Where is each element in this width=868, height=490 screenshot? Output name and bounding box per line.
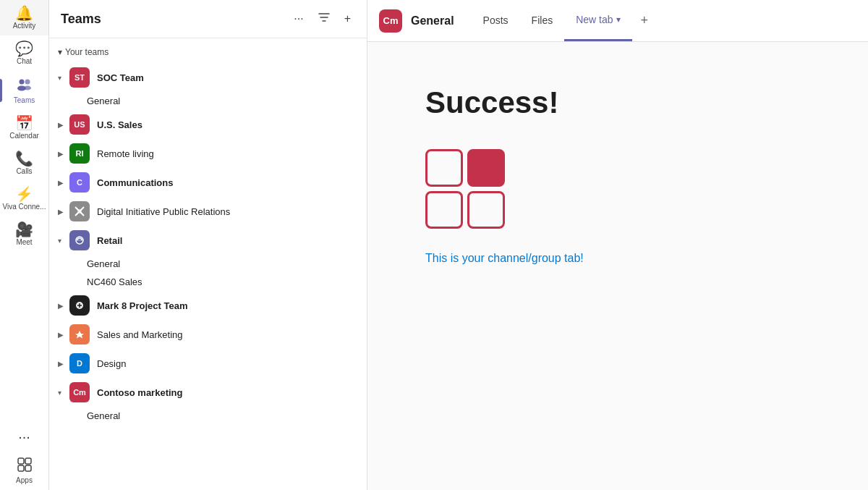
channel-retail-nc460[interactable]: NC460 Sales: [49, 273, 367, 291]
team-item-mark8[interactable]: ▶ Mark 8 Project Team ···: [49, 291, 367, 320]
svg-point-3: [24, 86, 31, 90]
remote-avatar: RI: [69, 143, 90, 164]
tab-files[interactable]: Files: [520, 0, 565, 41]
teams-icon: [17, 77, 33, 95]
more-icon: ···: [18, 429, 30, 444]
team-item-digital[interactable]: ▶ Digital Initiative Public Relations ··…: [49, 197, 367, 226]
retail-avatar: [69, 230, 90, 250]
success-title: Success!: [425, 85, 558, 120]
your-teams-label-text: Your teams: [65, 47, 109, 57]
soc-avatar: ST: [69, 67, 90, 88]
grid-cell-topleft: [425, 149, 463, 187]
salesmarketing-name: Sales and Marketing: [97, 329, 358, 340]
design-name: Design: [97, 358, 358, 369]
your-teams-section[interactable]: ▾ Your teams: [49, 44, 367, 63]
team-item-design[interactable]: ▶ D Design ···: [49, 349, 367, 378]
activity-label: Activity: [13, 22, 36, 30]
channel-retail-general[interactable]: General: [49, 255, 367, 273]
teams-more-button[interactable]: ···: [289, 9, 307, 28]
mark8-avatar: [69, 295, 90, 316]
tab-newtab-chevron: ▾: [616, 14, 621, 25]
tab-bar: Posts Files New tab ▾ +: [472, 0, 856, 41]
chat-label: Chat: [17, 57, 32, 65]
design-expand: ▶: [58, 360, 67, 368]
team-item-remote[interactable]: ▶ RI Remote living ···: [49, 139, 367, 168]
chat-icon: 💬: [15, 41, 33, 56]
teams-panel-title: Teams: [61, 12, 289, 27]
retail-expand: ▾: [58, 237, 67, 245]
teams-label: Teams: [14, 96, 35, 104]
team-item-contoso[interactable]: ▾ Cm Contoso marketing ···: [49, 378, 367, 407]
content-area: Success! This is your channel/group tab!: [367, 42, 868, 490]
meet-icon: 🎥: [15, 222, 33, 237]
team-item-soc[interactable]: ▾ ST SOC Team ···: [49, 63, 367, 92]
sidebar-item-activity[interactable]: 🔔 Activity: [0, 0, 48, 35]
sidebar-item-calendar[interactable]: 📅 Calendar: [0, 110, 48, 145]
svg-point-0: [19, 80, 24, 85]
mark8-name: Mark 8 Project Team: [97, 300, 358, 311]
svg-point-8: [77, 209, 82, 214]
retail-name: Retail: [97, 235, 358, 246]
contoso-expand: ▾: [58, 389, 67, 397]
svg-rect-4: [18, 458, 24, 464]
nav-sidebar: 🔔 Activity 💬 Chat Teams 📅 Calendar 📞 Cal…: [0, 0, 49, 490]
apps-icon: [17, 457, 33, 475]
tab-add-button[interactable]: +: [632, 0, 658, 41]
meet-label: Meet: [16, 238, 32, 246]
teams-header-actions: ··· +: [289, 9, 355, 29]
salesmarketing-avatar: [69, 324, 90, 345]
team-item-salesmarketing[interactable]: ▶ Sales and Marketing ···: [49, 320, 367, 349]
soc-name: SOC Team: [97, 72, 358, 83]
calendar-icon: 📅: [15, 116, 33, 130]
app-icon-grid: [425, 149, 505, 229]
team-item-comms[interactable]: ▶ C Communications ···: [49, 168, 367, 197]
your-teams-chevron: ▾: [58, 47, 62, 57]
teams-filter-button[interactable]: [314, 9, 334, 29]
sidebar-item-teams[interactable]: Teams: [0, 71, 48, 110]
calendar-label: Calendar: [9, 132, 39, 140]
viva-icon: ⚡: [15, 187, 33, 201]
success-subtitle: This is your channel/group tab!: [425, 252, 584, 265]
channel-header: Cm General Posts Files New tab ▾ +: [367, 0, 868, 42]
svg-rect-6: [18, 465, 24, 471]
teams-panel: Teams ··· + ▾ Your teams ▾ ST SOC Team ·…: [49, 0, 367, 490]
grid-cell-bottomleft: [425, 191, 463, 229]
ussales-avatar: US: [69, 114, 90, 135]
calls-icon: 📞: [15, 151, 33, 166]
channel-header-avatar: Cm: [379, 9, 402, 33]
sidebar-item-more[interactable]: ···: [0, 423, 48, 451]
design-avatar: D: [69, 353, 90, 373]
sidebar-item-apps[interactable]: Apps: [0, 451, 48, 490]
team-item-ussales[interactable]: ▶ US U.S. Sales ···: [49, 110, 367, 139]
comms-name: Communications: [97, 177, 358, 188]
contoso-avatar: Cm: [69, 382, 90, 402]
activity-icon: 🔔: [15, 6, 33, 20]
tab-newtab[interactable]: New tab ▾: [564, 0, 631, 41]
ussales-expand: ▶: [58, 121, 67, 129]
soc-expand: ▾: [58, 74, 67, 82]
channel-soc-general[interactable]: General: [49, 92, 367, 110]
viva-label: Viva Conne...: [3, 203, 46, 211]
sidebar-item-viva[interactable]: ⚡ Viva Conne...: [0, 181, 48, 216]
digital-name: Digital Initiative Public Relations: [97, 206, 358, 217]
sidebar-item-meet[interactable]: 🎥 Meet: [0, 216, 48, 252]
salesmarketing-expand: ▶: [58, 331, 67, 339]
comms-avatar: C: [69, 172, 90, 193]
grid-cell-bottomright: [467, 191, 505, 229]
channel-header-name: General: [411, 14, 454, 28]
channel-contoso-general[interactable]: General: [49, 407, 367, 425]
svg-point-1: [25, 80, 30, 85]
apps-label: Apps: [16, 476, 33, 484]
teams-list: ▾ Your teams ▾ ST SOC Team ··· General ▶…: [49, 38, 367, 490]
ussales-name: U.S. Sales: [97, 119, 358, 130]
team-item-retail[interactable]: ▾ Retail ···: [49, 226, 367, 255]
sidebar-item-calls[interactable]: 📞 Calls: [0, 145, 48, 181]
teams-header: Teams ··· +: [49, 0, 367, 38]
tab-posts[interactable]: Posts: [472, 0, 520, 41]
teams-add-button[interactable]: +: [340, 9, 355, 28]
sidebar-item-chat[interactable]: 💬 Chat: [0, 35, 48, 71]
remote-name: Remote living: [97, 148, 358, 159]
mark8-expand: ▶: [58, 302, 67, 310]
calls-label: Calls: [16, 167, 32, 175]
svg-rect-7: [25, 465, 31, 471]
